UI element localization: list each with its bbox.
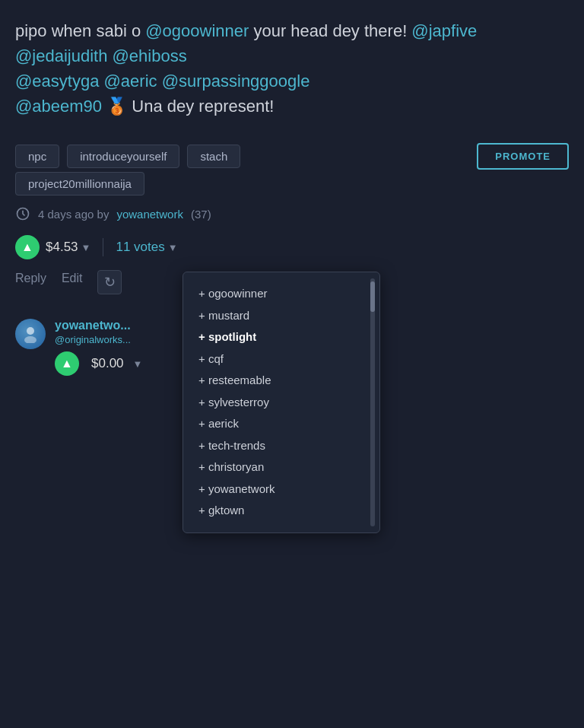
medal-emoji: 🥉 (106, 97, 127, 116)
avatar-inner (15, 319, 46, 349)
svg-point-2 (24, 336, 36, 343)
clock-icon (15, 206, 30, 221)
votes-count-link[interactable]: 11 votes (116, 240, 164, 255)
post-body: pipo when sabi o @ogoowinner your head d… (15, 18, 569, 119)
tags-row-1: npc introduceyourself stach PROMOTE (15, 143, 569, 170)
edit-button[interactable]: Edit (62, 272, 83, 285)
comment-amount: $0.00 (91, 356, 124, 371)
time-text: 4 days ago by (38, 208, 109, 221)
tags-row-2: project20millionnaija (15, 177, 569, 191)
upvote-arrow-icon: ▲ (21, 241, 33, 253)
tags-area: npc introduceyourself stach PROMOTE proj… (15, 143, 569, 191)
author-link[interactable]: yowanetwork (116, 208, 183, 221)
avatar-icon (21, 325, 40, 343)
promote-button[interactable]: PROMOTE (477, 143, 569, 170)
scrollbar-thumb[interactable] (370, 281, 375, 312)
avatar (15, 319, 46, 349)
dropdown-item-2[interactable]: + mustard (198, 305, 364, 327)
post-amount: $4.53 (46, 240, 78, 255)
author-rep: (37) (191, 208, 211, 221)
comment-upvote-icon: ▲ (61, 358, 73, 370)
resteem-button[interactable]: ↻ (97, 270, 122, 294)
dropdown-item-7[interactable]: + aerick (198, 413, 364, 435)
tag-introduceyourself[interactable]: introduceyourself (67, 145, 179, 168)
post-text-2: your head dey there! (249, 21, 411, 40)
post-text-3: Una dey represent! (127, 97, 274, 116)
vote-row: ▲ $4.53 ▼ 11 votes ▼ (15, 235, 569, 259)
votes-caret-icon[interactable]: ▼ (168, 242, 178, 253)
dropdown-item-5[interactable]: + resteemable (198, 370, 364, 392)
dropdown-item-3[interactable]: + spotlight (198, 326, 364, 348)
resteem-icon: ↻ (104, 274, 116, 291)
amount-caret-icon[interactable]: ▼ (81, 242, 91, 253)
mention-group2[interactable]: @easytyga @aeric @surpassinggoogle (15, 72, 309, 91)
dropdown-item-1[interactable]: + ogoowinner (198, 283, 364, 305)
dropdown-item-10[interactable]: + yowanetwork (198, 478, 364, 501)
svg-point-1 (27, 327, 34, 335)
dropdown-item-8[interactable]: + tech-trends (198, 435, 364, 457)
tag-stach[interactable]: stach (187, 145, 240, 168)
mention-abeem90[interactable]: @abeem90 (15, 97, 102, 116)
dropdown-item-9[interactable]: + christoryan (198, 456, 364, 478)
scrollbar-track[interactable] (370, 278, 375, 526)
post-meta: 4 days ago by yowanetwork (37) (15, 206, 569, 221)
tag-project20millionnaija[interactable]: project20millionnaija (15, 172, 144, 196)
dropdown-item-11[interactable]: + gktown (198, 500, 364, 522)
comment-amount-caret-icon[interactable]: ▼ (133, 358, 143, 370)
resteem-dropdown: + ogoowinner + mustard + spotlight + cqf… (182, 272, 380, 533)
dropdown-item-6[interactable]: + sylvesterroy (198, 392, 364, 414)
upvote-button[interactable]: ▲ (15, 235, 40, 259)
comment-upvote-button[interactable]: ▲ (55, 351, 79, 376)
action-row: Reply Edit ↻ + ogoowinner + mustard + sp… (15, 272, 569, 294)
post-text-intro: pipo when sabi o (15, 21, 145, 40)
dropdown-item-4[interactable]: + cqf (198, 348, 364, 370)
tag-npc[interactable]: npc (15, 145, 59, 168)
mention-ogoowinner[interactable]: @ogoowinner (145, 21, 249, 40)
vote-divider (103, 238, 103, 256)
reply-button[interactable]: Reply (15, 272, 46, 285)
